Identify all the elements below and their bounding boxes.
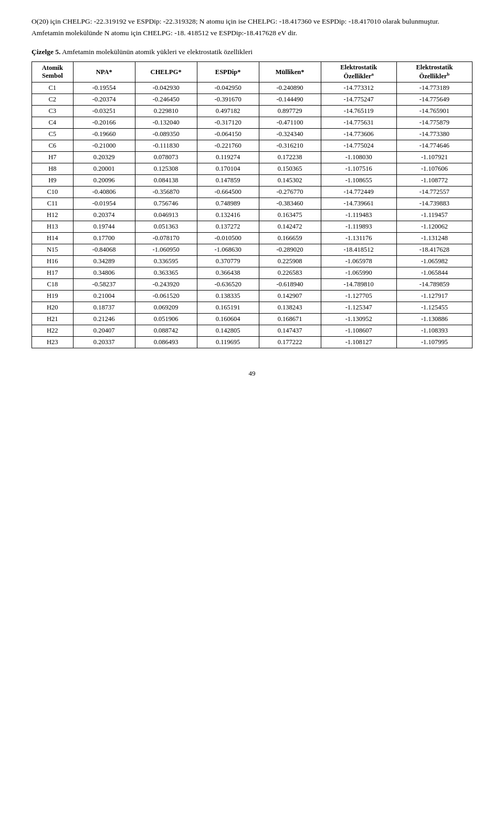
cell-espdip: -1.068630 — [197, 244, 259, 256]
cell-mulliken: -0.383460 — [259, 198, 321, 210]
cell-el-a: -1.107516 — [321, 163, 396, 175]
cell-npa: -0.40806 — [73, 187, 135, 198]
cell-symbol: C10 — [32, 187, 74, 198]
cell-el-a: -1.125347 — [321, 302, 396, 314]
table-row: H210.212460.0519060.1606040.168671-1.130… — [32, 314, 472, 325]
cell-espdip: 0.165191 — [197, 302, 259, 314]
cell-chelpg: 0.125308 — [135, 163, 197, 175]
cell-el-b: -1.125455 — [396, 302, 472, 314]
cell-espdip: -0.221760 — [197, 140, 259, 152]
cell-el-b: -14.773380 — [396, 129, 472, 140]
cell-el-a: -14.775024 — [321, 140, 396, 152]
cell-el-b: -1.127917 — [396, 291, 472, 302]
cell-espdip: 0.142805 — [197, 325, 259, 337]
table-row: C5-0.19660-0.089350-0.064150-0.324340-14… — [32, 129, 472, 140]
table-row: C1-0.19554-0.042930-0.042950-0.240890-14… — [32, 82, 472, 94]
cell-npa: 0.34806 — [73, 267, 135, 279]
cell-el-a: -1.108607 — [321, 325, 396, 337]
cell-espdip: 0.370779 — [197, 256, 259, 267]
cell-mulliken: -0.144490 — [259, 94, 321, 106]
cell-symbol: N15 — [32, 244, 74, 256]
cell-npa: -0.19554 — [73, 82, 135, 94]
cell-el-a: -14.773606 — [321, 129, 396, 140]
cell-el-b: -1.108393 — [396, 325, 472, 337]
cell-el-b: -1.130886 — [396, 314, 472, 325]
table-row: H170.348060.3633650.3664380.226583-1.065… — [32, 267, 472, 279]
cell-npa: 0.19744 — [73, 221, 135, 233]
header-elektro-a: ElektrostatikÖzelliklera — [321, 62, 396, 82]
cell-npa: -0.21000 — [73, 140, 135, 152]
cell-mulliken: 0.147437 — [259, 325, 321, 337]
table-row: C10-0.40806-0.356870-0.664500-0.276770-1… — [32, 187, 472, 198]
cell-espdip: 0.137272 — [197, 221, 259, 233]
intro-paragraph: O(20) için CHELPG: -22.319192 ve ESPDip:… — [32, 16, 472, 38]
cell-chelpg: 0.069209 — [135, 302, 197, 314]
cell-el-a: -1.130952 — [321, 314, 396, 325]
header-npa: NPA* — [73, 62, 135, 82]
cell-npa: 0.20001 — [73, 163, 135, 175]
cell-mulliken: -0.289020 — [259, 244, 321, 256]
cell-npa: 0.20337 — [73, 337, 135, 348]
table-row: H120.203740.0469130.1324160.163475-1.119… — [32, 210, 472, 221]
cell-el-b: -18.417628 — [396, 244, 472, 256]
cell-chelpg: 0.084138 — [135, 175, 197, 187]
cell-npa: -0.01954 — [73, 198, 135, 210]
cell-mulliken: -0.324340 — [259, 129, 321, 140]
cell-espdip: 0.138335 — [197, 291, 259, 302]
cell-el-a: -1.065990 — [321, 267, 396, 279]
cell-symbol: H22 — [32, 325, 74, 337]
cell-espdip: -0.391670 — [197, 94, 259, 106]
cell-espdip: 0.748989 — [197, 198, 259, 210]
cell-el-a: -1.131176 — [321, 233, 396, 244]
cell-chelpg: -0.243920 — [135, 279, 197, 291]
cell-el-b: -1.065844 — [396, 267, 472, 279]
cell-espdip: 0.119274 — [197, 152, 259, 163]
cell-el-b: -1.108772 — [396, 175, 472, 187]
cell-chelpg: -0.089350 — [135, 129, 197, 140]
cell-el-a: -1.108655 — [321, 175, 396, 187]
table-row: H140.17700-0.078170-0.0105000.166659-1.1… — [32, 233, 472, 244]
cell-mulliken: 0.225908 — [259, 256, 321, 267]
cell-mulliken: 0.177222 — [259, 337, 321, 348]
table-caption: Çizelge 5. Amfetamin molekülünün atomik … — [32, 48, 472, 56]
cell-espdip: 0.147859 — [197, 175, 259, 187]
cell-espdip: 0.366438 — [197, 267, 259, 279]
cell-symbol: C6 — [32, 140, 74, 152]
cell-symbol: C18 — [32, 279, 74, 291]
cell-el-b: -1.107606 — [396, 163, 472, 175]
cell-symbol: H17 — [32, 267, 74, 279]
cell-el-a: -18.418512 — [321, 244, 396, 256]
cell-mulliken: -0.618940 — [259, 279, 321, 291]
cell-espdip: -0.010500 — [197, 233, 259, 244]
cell-el-a: -14.775247 — [321, 94, 396, 106]
cell-el-b: -1.120062 — [396, 221, 472, 233]
cell-el-a: -1.108030 — [321, 152, 396, 163]
table-row: H200.187370.0692090.1651910.138243-1.125… — [32, 302, 472, 314]
table-row: C4-0.20166-0.132040-0.317120-0.471100-14… — [32, 117, 472, 129]
cell-npa: 0.21246 — [73, 314, 135, 325]
cell-espdip: -0.064150 — [197, 129, 259, 140]
cell-npa: -0.20374 — [73, 94, 135, 106]
table-row: H130.197440.0513630.1372720.142472-1.119… — [32, 221, 472, 233]
page-number: 49 — [32, 369, 472, 378]
cell-chelpg: -0.356870 — [135, 187, 197, 198]
cell-npa: -0.84068 — [73, 244, 135, 256]
header-chelpg: CHELPG* — [135, 62, 197, 82]
cell-chelpg: 0.756746 — [135, 198, 197, 210]
cell-mulliken: 0.897729 — [259, 106, 321, 117]
cell-mulliken: 0.168671 — [259, 314, 321, 325]
cell-mulliken: 0.226583 — [259, 267, 321, 279]
cell-chelpg: 0.051906 — [135, 314, 197, 325]
cell-mulliken: 0.166659 — [259, 233, 321, 244]
cell-symbol: H20 — [32, 302, 74, 314]
cell-chelpg: -0.246450 — [135, 94, 197, 106]
cell-mulliken: -0.316210 — [259, 140, 321, 152]
table-row: C11-0.019540.7567460.748989-0.383460-14.… — [32, 198, 472, 210]
caption-text: Amfetamin molekülünün atomik yükleri ve … — [60, 48, 253, 56]
cell-chelpg: 0.046913 — [135, 210, 197, 221]
cell-symbol: H9 — [32, 175, 74, 187]
cell-espdip: 0.119695 — [197, 337, 259, 348]
cell-espdip: -0.317120 — [197, 117, 259, 129]
cell-symbol: C2 — [32, 94, 74, 106]
cell-symbol: C11 — [32, 198, 74, 210]
